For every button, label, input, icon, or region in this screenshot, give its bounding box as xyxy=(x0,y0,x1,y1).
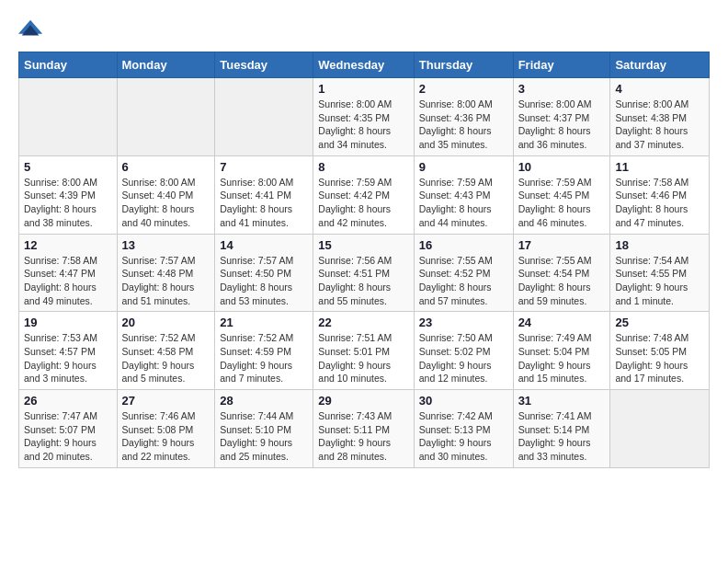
day-info: Sunrise: 7:59 AMSunset: 4:42 PMDaylight:… xyxy=(318,176,408,230)
day-number: 5 xyxy=(24,160,112,174)
calendar-cell: 30Sunrise: 7:42 AMSunset: 5:13 PMDayligh… xyxy=(414,390,513,468)
calendar-cell: 12Sunrise: 7:58 AMSunset: 4:47 PMDayligh… xyxy=(19,234,118,312)
day-number: 18 xyxy=(615,238,704,252)
calendar-cell: 29Sunrise: 7:43 AMSunset: 5:11 PMDayligh… xyxy=(313,390,414,468)
calendar-cell: 11Sunrise: 7:58 AMSunset: 4:46 PMDayligh… xyxy=(610,155,710,234)
day-info: Sunrise: 7:57 AMSunset: 4:50 PMDaylight:… xyxy=(220,254,308,308)
day-info: Sunrise: 7:58 AMSunset: 4:47 PMDaylight:… xyxy=(24,254,112,308)
calendar-cell: 7Sunrise: 8:00 AMSunset: 4:41 PMDaylight… xyxy=(215,155,313,234)
column-header-sunday: Sunday xyxy=(19,52,118,78)
day-info: Sunrise: 7:49 AMSunset: 5:04 PMDaylight:… xyxy=(518,331,606,385)
day-number: 28 xyxy=(220,394,308,408)
calendar-cell: 19Sunrise: 7:53 AMSunset: 4:57 PMDayligh… xyxy=(19,312,118,390)
calendar-cell: 8Sunrise: 7:59 AMSunset: 4:42 PMDaylight… xyxy=(313,155,414,234)
calendar-week-5: 26Sunrise: 7:47 AMSunset: 5:07 PMDayligh… xyxy=(19,390,710,468)
day-info: Sunrise: 7:48 AMSunset: 5:05 PMDaylight:… xyxy=(615,331,704,385)
calendar-cell: 23Sunrise: 7:50 AMSunset: 5:02 PMDayligh… xyxy=(414,312,513,390)
day-info: Sunrise: 8:00 AMSunset: 4:38 PMDaylight:… xyxy=(615,98,704,152)
calendar-cell: 6Sunrise: 8:00 AMSunset: 4:40 PMDaylight… xyxy=(117,155,215,234)
day-info: Sunrise: 8:00 AMSunset: 4:37 PMDaylight:… xyxy=(518,98,606,152)
calendar-cell xyxy=(19,78,118,156)
day-number: 30 xyxy=(419,394,508,408)
calendar-cell: 5Sunrise: 8:00 AMSunset: 4:39 PMDaylight… xyxy=(19,155,118,234)
calendar-week-3: 12Sunrise: 7:58 AMSunset: 4:47 PMDayligh… xyxy=(19,234,710,312)
day-info: Sunrise: 7:52 AMSunset: 4:58 PMDaylight:… xyxy=(122,331,210,385)
day-number: 17 xyxy=(518,238,606,252)
day-info: Sunrise: 7:59 AMSunset: 4:45 PMDaylight:… xyxy=(518,176,606,230)
calendar-cell: 10Sunrise: 7:59 AMSunset: 4:45 PMDayligh… xyxy=(513,155,610,234)
day-number: 20 xyxy=(122,316,210,329)
day-number: 8 xyxy=(318,160,408,174)
day-number: 27 xyxy=(122,394,210,408)
day-number: 24 xyxy=(518,316,606,329)
calendar-cell: 18Sunrise: 7:54 AMSunset: 4:55 PMDayligh… xyxy=(610,234,710,312)
calendar-cell: 15Sunrise: 7:56 AMSunset: 4:51 PMDayligh… xyxy=(313,234,414,312)
calendar-cell: 2Sunrise: 8:00 AMSunset: 4:36 PMDaylight… xyxy=(414,78,513,156)
day-number: 1 xyxy=(318,82,408,96)
day-info: Sunrise: 7:46 AMSunset: 5:08 PMDaylight:… xyxy=(122,409,210,464)
page: SundayMondayTuesdayWednesdayThursdayFrid… xyxy=(0,0,728,485)
calendar-cell: 21Sunrise: 7:52 AMSunset: 4:59 PMDayligh… xyxy=(215,312,313,390)
calendar-table: SundayMondayTuesdayWednesdayThursdayFrid… xyxy=(18,52,710,468)
calendar-week-4: 19Sunrise: 7:53 AMSunset: 4:57 PMDayligh… xyxy=(19,312,710,390)
calendar-cell: 9Sunrise: 7:59 AMSunset: 4:43 PMDaylight… xyxy=(414,155,513,234)
day-number: 6 xyxy=(122,160,210,174)
calendar-header-row: SundayMondayTuesdayWednesdayThursdayFrid… xyxy=(19,52,710,78)
day-info: Sunrise: 7:53 AMSunset: 4:57 PMDaylight:… xyxy=(24,331,112,385)
column-header-tuesday: Tuesday xyxy=(215,52,313,78)
calendar-cell: 31Sunrise: 7:41 AMSunset: 5:14 PMDayligh… xyxy=(513,390,610,468)
day-info: Sunrise: 7:55 AMSunset: 4:54 PMDaylight:… xyxy=(518,254,606,308)
day-info: Sunrise: 8:00 AMSunset: 4:39 PMDaylight:… xyxy=(24,176,112,230)
day-info: Sunrise: 7:55 AMSunset: 4:52 PMDaylight:… xyxy=(419,254,508,308)
calendar-cell: 26Sunrise: 7:47 AMSunset: 5:07 PMDayligh… xyxy=(19,390,118,468)
day-number: 31 xyxy=(518,394,606,408)
day-info: Sunrise: 8:00 AMSunset: 4:35 PMDaylight:… xyxy=(318,98,408,152)
calendar-cell xyxy=(610,390,710,468)
column-header-wednesday: Wednesday xyxy=(313,52,414,78)
calendar-cell: 28Sunrise: 7:44 AMSunset: 5:10 PMDayligh… xyxy=(215,390,313,468)
day-info: Sunrise: 8:00 AMSunset: 4:40 PMDaylight:… xyxy=(122,176,210,230)
calendar-cell xyxy=(215,78,313,156)
day-number: 16 xyxy=(419,238,508,252)
day-info: Sunrise: 7:52 AMSunset: 4:59 PMDaylight:… xyxy=(220,331,308,385)
day-number: 13 xyxy=(122,238,210,252)
calendar-week-2: 5Sunrise: 8:00 AMSunset: 4:39 PMDaylight… xyxy=(19,155,710,234)
day-info: Sunrise: 7:54 AMSunset: 4:55 PMDaylight:… xyxy=(615,254,704,308)
calendar-cell: 27Sunrise: 7:46 AMSunset: 5:08 PMDayligh… xyxy=(117,390,215,468)
day-number: 25 xyxy=(615,316,704,329)
column-header-monday: Monday xyxy=(117,52,215,78)
day-info: Sunrise: 7:57 AMSunset: 4:48 PMDaylight:… xyxy=(122,254,210,308)
calendar-cell: 25Sunrise: 7:48 AMSunset: 5:05 PMDayligh… xyxy=(610,312,710,390)
calendar-cell: 1Sunrise: 8:00 AMSunset: 4:35 PMDaylight… xyxy=(313,78,414,156)
day-info: Sunrise: 7:58 AMSunset: 4:46 PMDaylight:… xyxy=(615,176,704,230)
day-info: Sunrise: 8:00 AMSunset: 4:41 PMDaylight:… xyxy=(220,176,308,230)
day-info: Sunrise: 7:44 AMSunset: 5:10 PMDaylight:… xyxy=(220,409,308,464)
day-number: 26 xyxy=(24,394,112,408)
day-info: Sunrise: 7:47 AMSunset: 5:07 PMDaylight:… xyxy=(24,409,112,464)
day-info: Sunrise: 8:00 AMSunset: 4:36 PMDaylight:… xyxy=(419,98,508,152)
day-number: 7 xyxy=(220,160,308,174)
calendar-cell: 14Sunrise: 7:57 AMSunset: 4:50 PMDayligh… xyxy=(215,234,313,312)
calendar-cell: 20Sunrise: 7:52 AMSunset: 4:58 PMDayligh… xyxy=(117,312,215,390)
logo-icon xyxy=(18,17,44,42)
day-info: Sunrise: 7:50 AMSunset: 5:02 PMDaylight:… xyxy=(419,331,508,385)
column-header-friday: Friday xyxy=(513,52,610,78)
calendar-cell: 22Sunrise: 7:51 AMSunset: 5:01 PMDayligh… xyxy=(313,312,414,390)
day-info: Sunrise: 7:43 AMSunset: 5:11 PMDaylight:… xyxy=(318,409,408,464)
calendar-cell: 17Sunrise: 7:55 AMSunset: 4:54 PMDayligh… xyxy=(513,234,610,312)
day-info: Sunrise: 7:59 AMSunset: 4:43 PMDaylight:… xyxy=(419,176,508,230)
day-number: 10 xyxy=(518,160,606,174)
calendar-cell: 24Sunrise: 7:49 AMSunset: 5:04 PMDayligh… xyxy=(513,312,610,390)
day-number: 9 xyxy=(419,160,508,174)
day-info: Sunrise: 7:51 AMSunset: 5:01 PMDaylight:… xyxy=(318,331,408,385)
day-number: 29 xyxy=(318,394,408,408)
day-number: 14 xyxy=(220,238,308,252)
column-header-thursday: Thursday xyxy=(414,52,513,78)
day-number: 19 xyxy=(24,316,112,329)
day-number: 3 xyxy=(518,82,606,96)
day-number: 15 xyxy=(318,238,408,252)
day-number: 22 xyxy=(318,316,408,329)
logo xyxy=(18,17,48,42)
day-number: 2 xyxy=(419,82,508,96)
calendar-cell: 4Sunrise: 8:00 AMSunset: 4:38 PMDaylight… xyxy=(610,78,710,156)
